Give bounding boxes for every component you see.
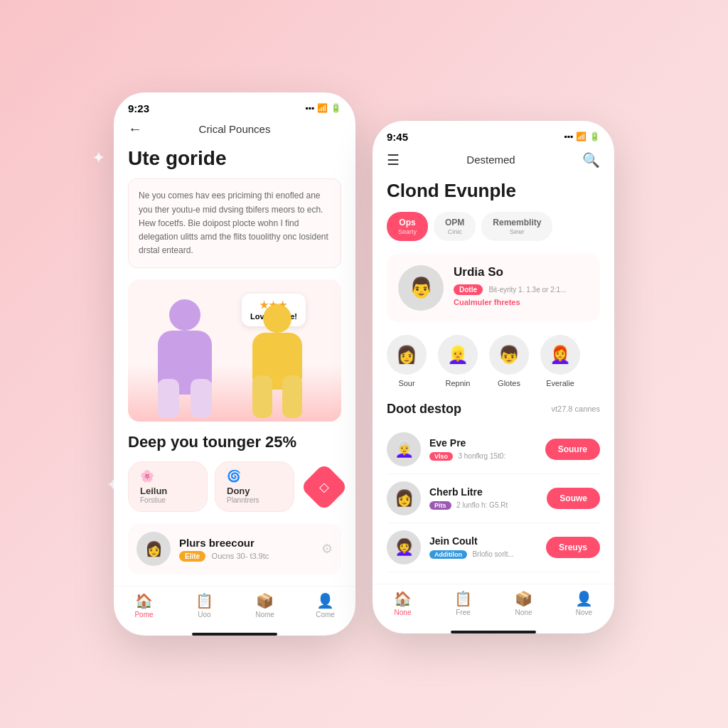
battery-icon-2: 🔋 [589,132,600,141]
diamond-icon: ◇ [319,479,329,495]
profile-icon-1: 👤 [316,592,334,609]
profile-name: Plurs breecour [179,537,313,549]
home-indicator-2 [451,631,536,633]
svg-point-4 [263,304,291,333]
profile-badge: Elite [179,551,205,562]
featured-badge: Dotle [454,284,483,295]
list-badge-2: Additilon [429,550,467,559]
section-title-large-2: Clond Evunple [387,180,600,202]
tab-right-sub: Planntrers [227,496,259,504]
avatar-label-3: Everalie [546,379,574,387]
nav-header-2: ☰ Destemed 🔍 [373,146,614,174]
nav-item-list-1[interactable]: 📋 Uoo [174,592,235,619]
avatar-label-1: Repnin [446,379,471,387]
box-icon-2: 📦 [515,590,532,607]
phones-container: ✦ ✦ ✦ 9:23 ▪▪▪ 📶 🔋 ← Crical Pounces Ute … [114,92,614,636]
back-button-1[interactable]: ← [128,121,142,137]
tab-left-name: Leilun [140,486,167,496]
featured-meta: Bit-eyrity 1. 1.3e or 2:1... [488,286,566,294]
avatar-circle-2: 👦 [489,335,529,375]
avatar-item-3[interactable]: 👩‍🦰 Everalie [540,335,580,387]
wifi-icon-1: 📶 [317,103,328,113]
tab-left[interactable]: 🌸 Leilun Forstiue [128,461,208,512]
list-item-1: 👩 Cherb Litre Pits 2 lunflo h: G5.Rt Sou… [387,474,600,523]
avatar-circle-1: 👱‍♀️ [438,335,478,375]
figures-svg [128,287,341,422]
join-button-2[interactable]: Sreuys [546,537,600,558]
avatar-label-0: Sour [398,379,414,387]
profile-row: 👩 Plurs breecour Elite Oucns 30- t3.9tc … [128,523,341,574]
status-icons-1: ▪▪▪ 📶 🔋 [305,103,341,113]
profile-meta: Oucns 30- t3.9tc [212,552,269,560]
list-name-0: Eve Pre [429,437,537,449]
phone-2-screen: 9:45 ▪▪▪ 📶 🔋 ☰ Destemed 🔍 Clond Evunple [373,121,614,633]
avatars-row: 👩 Sour 👱‍♀️ Repnin 👦 Glotes 👩‍🦰 Everalie [387,335,600,387]
phone-1: 9:23 ▪▪▪ 📶 🔋 ← Crical Pounces Ute goride… [114,92,355,636]
svg-rect-3 [191,379,212,418]
home-icon-2: 🏠 [394,590,412,607]
nav-item-box-2[interactable]: 📦 None [493,590,554,616]
list-meta-2: Brlofio sorlt... [472,550,513,558]
list-badge-row-1: Pits 2 lunflo h: G5.Rt [429,498,538,510]
screen-content-2: Clond Evunple Ops Searty OPM Cinic Remem… [373,174,614,584]
section-count: vt27.8 cannes [552,405,601,413]
nav-item-home-1[interactable]: 🏠 Pome [114,592,174,619]
profile-icon-2: 👤 [575,590,593,607]
filter-tab-2[interactable]: Rememblity Sewr [481,212,552,241]
list-name-1: Cherb Litre [429,486,538,498]
nav-item-box-1[interactable]: 📦 Nome [235,592,295,619]
page-title-1: Ute goride [128,146,341,171]
filter-tab-0[interactable]: Ops Searty [387,212,428,241]
list-avatar-2: 👩‍🦱 [387,530,421,564]
svg-point-0 [169,299,200,331]
cta-title: Deep you tounger 25% [128,433,341,451]
tabs-row: 🌸 Leilun Forstiue 🌀 Dony Planntrers ◇ [128,461,341,512]
list-info-1: Cherb Litre Pits 2 lunflo h: G5.Rt [429,486,538,510]
avatar-circle-3: 👩‍🦰 [540,335,580,375]
join-button-1[interactable]: Souwe [547,488,600,509]
featured-card: 👨 Urdia So Dotle Bit-eyrity 1. 1.3e or 2… [387,254,600,322]
section-heading: Doot destop [387,402,461,417]
description-box-1: Ne you comes hav ees priciming thi enofl… [128,178,341,268]
status-time-1: 9:23 [128,102,149,114]
filter-tab-1[interactable]: OPM Cinic [434,212,476,241]
box-icon-1: 📦 [256,592,274,609]
list-badge-0: Vlso [429,452,453,461]
join-button-0[interactable]: Souure [545,439,600,460]
list-name-2: Jein Coult [429,535,537,547]
nav-item-profile-2[interactable]: 👤 Nove [554,590,614,616]
list-icon-2: 📋 [454,590,472,607]
svg-rect-6 [252,375,272,418]
diamond-action-button[interactable]: ◇ [300,463,348,511]
nav-item-list-2[interactable]: 📋 Free [433,590,493,616]
avatar-item-2[interactable]: 👦 Glotes [489,335,529,387]
list-meta-1: 2 lunflo h: G5.Rt [456,501,508,509]
list-label-1: Uoo [198,611,210,619]
status-bar-1: 9:23 ▪▪▪ 📶 🔋 [114,92,355,117]
nav-item-home-2[interactable]: 🏠 None [373,590,433,616]
filter-sub-2: Sewr [510,228,525,235]
nav-item-profile-1[interactable]: 👤 Come [295,592,355,619]
filter-label-2: Rememblity [493,218,541,228]
list-meta-0: 3 honfkrg 15t0: [458,452,505,460]
featured-link[interactable]: Cualmuler fhretes [454,298,589,306]
avatar-item-0[interactable]: 👩 Sour [387,335,427,387]
list-info-2: Jein Coult Additilon Brlofio sorlt... [429,535,537,560]
tab-right[interactable]: 🌀 Dony Planntrers [215,461,294,512]
avatar-item-1[interactable]: 👱‍♀️ Repnin [438,335,478,387]
featured-info: Urdia So Dotle Bit-eyrity 1. 1.3e or 2:1… [454,265,589,311]
hamburger-icon[interactable]: ☰ [387,151,400,168]
wifi-icon-2: 📶 [576,132,587,141]
profile-label-1: Come [316,611,335,619]
search-icon[interactable]: 🔍 [582,151,600,168]
box-label-2: None [515,609,532,616]
home-label-2: None [395,609,412,616]
section-header: Doot destop vt27.8 cannes [387,402,600,417]
status-icons-2: ▪▪▪ 📶 🔋 [564,132,600,141]
list-badge-row-2: Additilon Brlofio sorlt... [429,547,537,560]
settings-icon[interactable]: ⚙ [321,541,333,557]
list-item-0: 👩‍🦳 Eve Pre Vlso 3 honfkrg 15t0: Souure [387,425,600,474]
featured-badge-row: Dotle Bit-eyrity 1. 1.3e or 2:1... [454,282,589,295]
filter-label-0: Ops [399,218,415,228]
signal-icon-1: ▪▪▪ [305,103,314,113]
